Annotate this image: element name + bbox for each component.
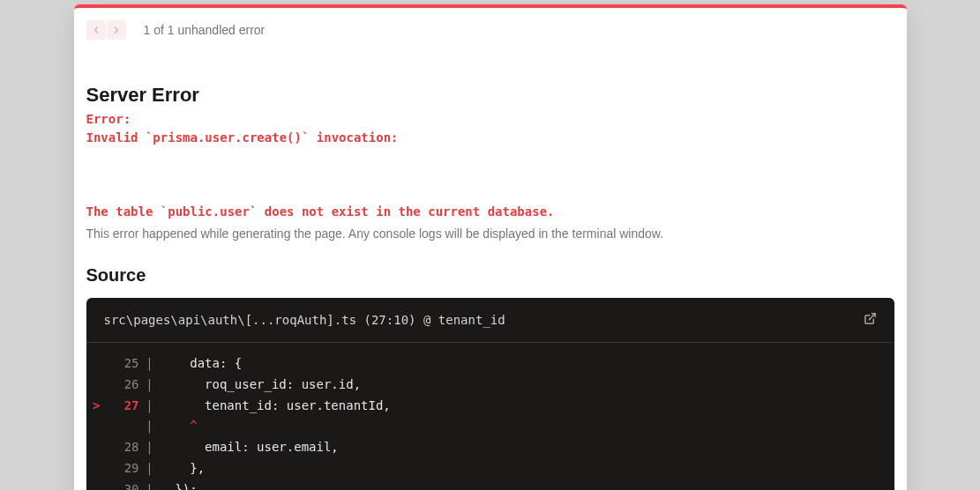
error-description: This error happened while generating the…: [86, 226, 894, 241]
arrow-right-icon: [111, 25, 122, 35]
line-prefix: [86, 458, 101, 479]
line-number: 27: [101, 396, 139, 417]
open-in-editor-button[interactable]: [864, 312, 877, 328]
svg-line-0: [869, 314, 875, 320]
error-message: Error: Invalid `prisma.user.create()` in…: [86, 110, 894, 221]
code-line: 26| roq_user_id: user.id,: [86, 375, 894, 396]
source-code-body: 25| data: {26| roq_user_id: user.id,>27|…: [86, 343, 894, 490]
nav-buttons: [86, 20, 126, 40]
code-text: email: user.email,: [161, 437, 339, 458]
code-line: 28| email: user.email,: [86, 437, 894, 458]
prev-error-button[interactable]: [86, 20, 106, 40]
code-line: | ^: [86, 416, 894, 437]
gutter-pipe: |: [139, 416, 161, 437]
source-code-card: src\pages\api\auth\[...roqAuth].ts (27:1…: [86, 298, 894, 490]
next-error-button[interactable]: [107, 20, 126, 40]
gutter-pipe: |: [139, 437, 161, 458]
line-prefix: [86, 375, 101, 396]
line-prefix: [86, 437, 101, 458]
overlay-header: 1 of 1 unhandled error: [74, 8, 907, 52]
line-prefix: [86, 353, 101, 375]
line-number: 26: [101, 375, 139, 396]
gutter-pipe: |: [139, 479, 161, 490]
code-text: roq_user_id: user.id,: [161, 375, 362, 396]
error-count: 1 of 1 unhandled error: [144, 23, 266, 37]
line-number: 25: [101, 353, 139, 375]
code-text: });: [161, 479, 198, 490]
code-text: ^: [161, 416, 198, 437]
gutter-pipe: |: [139, 458, 161, 479]
code-line: 30| });: [86, 479, 894, 490]
code-text: },: [161, 458, 206, 479]
error-title: Server Error: [86, 84, 894, 107]
overlay-content: Server Error Error: Invalid `prisma.user…: [74, 84, 907, 490]
line-number: [101, 416, 139, 437]
error-overlay: 1 of 1 unhandled error Server Error Erro…: [74, 4, 907, 490]
code-line: >27| tenant_id: user.tenantId,: [86, 396, 894, 417]
line-prefix: >: [86, 396, 101, 417]
source-location: src\pages\api\auth\[...roqAuth].ts (27:1…: [104, 313, 505, 327]
code-line: 25| data: {: [86, 353, 894, 375]
line-number: 29: [101, 458, 139, 479]
gutter-pipe: |: [139, 353, 161, 375]
line-number: 28: [101, 437, 139, 458]
code-line: 29| },: [86, 458, 894, 479]
gutter-pipe: |: [139, 396, 161, 417]
source-code-header: src\pages\api\auth\[...roqAuth].ts (27:1…: [86, 298, 894, 343]
code-text: data: {: [161, 353, 243, 375]
line-prefix: [86, 416, 101, 437]
code-text: tenant_id: user.tenantId,: [161, 396, 391, 417]
source-heading: Source: [86, 265, 894, 286]
external-link-icon: [864, 312, 877, 325]
line-prefix: [86, 479, 101, 490]
line-number: 30: [101, 479, 139, 490]
arrow-left-icon: [91, 25, 101, 35]
gutter-pipe: |: [139, 375, 161, 396]
